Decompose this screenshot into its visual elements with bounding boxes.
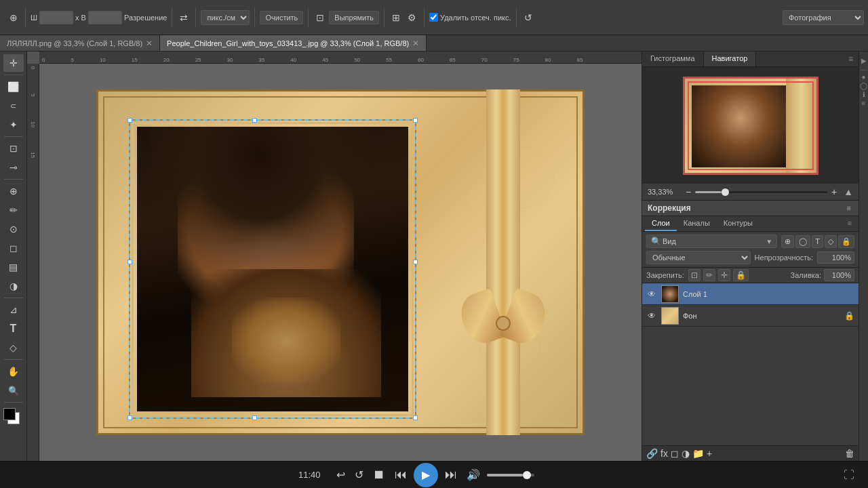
layer-icon-4[interactable]: ◇ [825, 235, 837, 248]
tool-sep-6 [4, 402, 23, 403]
tool-gradient[interactable]: ▤ [3, 258, 24, 276]
layer-bg-visibility[interactable]: 👁 [646, 310, 657, 321]
histogram-tab[interactable]: Гистограмма [642, 52, 704, 66]
swap-btn[interactable]: ⇄ [177, 11, 191, 24]
tool-mode-btn[interactable]: ⊕ [7, 11, 20, 24]
tool-heal[interactable]: ⊕ [3, 182, 24, 200]
foreground-color-swatch[interactable] [3, 408, 16, 420]
zoom-slider[interactable] [695, 191, 827, 193]
tool-hand[interactable]: ✋ [3, 363, 24, 380]
units-select[interactable]: пикс./см [201, 10, 250, 25]
play-btn[interactable]: ▶ [414, 463, 438, 487]
view-row: 🔍 Вид ▼ ⊕ ◯ T ◇ 🔒 [646, 235, 854, 248]
replay-btn[interactable]: ↺ [352, 467, 366, 483]
view-dropdown-icon[interactable]: ▼ [766, 238, 772, 245]
zoom-out-icon[interactable]: − [686, 186, 691, 197]
sep1 [25, 8, 26, 27]
layer-delete-btn[interactable]: 🗑 [845, 448, 854, 459]
side-icon-2[interactable]: ◯ [860, 82, 867, 89]
corr-expand-icon[interactable]: ≡ [845, 203, 853, 213]
tool-crop[interactable]: ⊡ [3, 140, 24, 157]
fill-label: Заливка: [791, 271, 821, 279]
navigator-tab[interactable]: Навигатор [704, 52, 757, 66]
workspace-select[interactable]: Фотография [783, 10, 864, 25]
lock-position-btn[interactable]: ✛ [718, 269, 730, 281]
align-btn[interactable]: Выпрямить [329, 11, 379, 24]
view-select-wrapper[interactable]: 🔍 Вид ▼ [646, 235, 777, 248]
volume-btn[interactable]: 🔊 [464, 467, 483, 483]
tab-1[interactable]: ЛЯЛЯЛЛ.png @ 33,3% (Слой 1, RGB/8) ✕ [0, 35, 160, 51]
layer-icon-5[interactable]: 🔒 [838, 235, 854, 248]
tool-move[interactable]: ✛ [3, 54, 24, 72]
tool-clone[interactable]: ⊙ [3, 220, 24, 238]
tool-shape[interactable]: ◇ [3, 339, 24, 357]
tab-2-close[interactable]: ✕ [412, 39, 419, 48]
color-swatches[interactable] [3, 408, 24, 427]
layer-1-visibility[interactable]: 👁 [646, 289, 657, 300]
loop-btn[interactable]: ↩ [334, 467, 348, 483]
zoom-slider-thumb[interactable] [722, 188, 729, 196]
lock-pixels-btn[interactable]: ⊡ [688, 269, 701, 281]
layer-item-1[interactable]: 👁 Слой 1 [642, 283, 859, 305]
layer-icon-2[interactable]: ◯ [795, 235, 810, 248]
rewind-btn[interactable]: ⏮ [392, 466, 410, 483]
tool-eyedropper[interactable]: ⊸ [3, 159, 24, 176]
side-icon-4[interactable]: ≡ [862, 100, 866, 107]
refresh-btn[interactable]: ↺ [521, 11, 535, 24]
fill-input[interactable] [824, 269, 854, 281]
fullscreen-btn[interactable]: ⛶ [844, 469, 854, 481]
layers-panel-menu[interactable]: ≡ [844, 216, 856, 231]
blend-mode-select[interactable]: Обычные [646, 251, 751, 264]
ruler-left-10: 10 [30, 121, 36, 127]
layer-icon-3[interactable]: T [812, 235, 823, 248]
tool-dodge[interactable]: ◑ [3, 277, 24, 295]
height-input[interactable] [88, 11, 122, 24]
layer-item-bg[interactable]: 👁 Фон 🔒 [642, 305, 859, 327]
side-icon-1[interactable]: ● [861, 73, 865, 81]
tool-select-rect[interactable]: ⬜ [3, 78, 24, 96]
volume-thumb[interactable] [523, 471, 531, 479]
layers-tab-paths[interactable]: Контуры [717, 216, 760, 231]
layer-icon-1[interactable]: ⊕ [781, 235, 794, 248]
tool-pen[interactable]: ⊿ [3, 301, 24, 319]
layer-link-btn[interactable]: 🔗 [646, 448, 658, 459]
histogram-side-btn[interactable]: ▶ [859, 54, 868, 67]
width-input[interactable] [39, 11, 73, 24]
zoom-in-icon[interactable]: + [831, 186, 837, 197]
tool-zoom[interactable]: 🔍 [3, 382, 24, 399]
opacity-input[interactable] [817, 251, 854, 264]
tab-2[interactable]: People_Children_Girl_with_toys_033413_.j… [160, 35, 427, 51]
tool-eraser[interactable]: ◻ [3, 239, 24, 257]
photo-content [137, 127, 408, 411]
layer-adjustment-btn[interactable]: ◑ [682, 448, 690, 459]
lock-image-btn[interactable]: ✏ [703, 269, 715, 281]
grid-icon[interactable]: ⊞ [389, 11, 403, 24]
clear-btn[interactable]: Очистить [260, 11, 303, 24]
layers-tab-channels[interactable]: Каналы [677, 216, 717, 231]
layer-new-btn[interactable]: + [707, 448, 712, 459]
layer-fx-btn[interactable]: fx [660, 448, 668, 459]
fast-forward-btn[interactable]: ⏭ [442, 466, 460, 483]
tool-text[interactable]: T [3, 320, 24, 338]
tick-45: 45 [322, 57, 328, 63]
tool-magic-wand[interactable]: ✦ [3, 116, 24, 134]
volume-slider[interactable] [487, 474, 534, 476]
photo-layer [137, 127, 408, 411]
layer-1-thumb-content [662, 286, 678, 302]
crop-icon[interactable]: ⊡ [313, 11, 327, 24]
remove-slices-label[interactable]: Удалить отсеч. пикс. [429, 13, 511, 22]
settings-icon[interactable]: ⚙ [405, 11, 419, 24]
layer-mask-btn[interactable]: ◻ [671, 448, 679, 459]
panel-options-icon[interactable]: ≡ [843, 52, 859, 66]
remove-slices-checkbox[interactable] [429, 13, 438, 22]
handle-mr [413, 260, 418, 264]
side-icon-3[interactable]: ℹ [863, 91, 865, 98]
tab-1-close[interactable]: ✕ [146, 39, 153, 48]
tool-lasso[interactable]: ⊂ [3, 97, 24, 115]
lock-all-btn[interactable]: 🔒 [733, 269, 749, 281]
nav-up-icon[interactable]: ▲ [844, 186, 853, 197]
layers-tab-layers[interactable]: Слои [645, 216, 677, 231]
stop-btn[interactable]: ⏹ [370, 466, 388, 483]
layer-group-btn[interactable]: 📁 [692, 448, 704, 459]
tool-brush[interactable]: ✏ [3, 201, 24, 219]
